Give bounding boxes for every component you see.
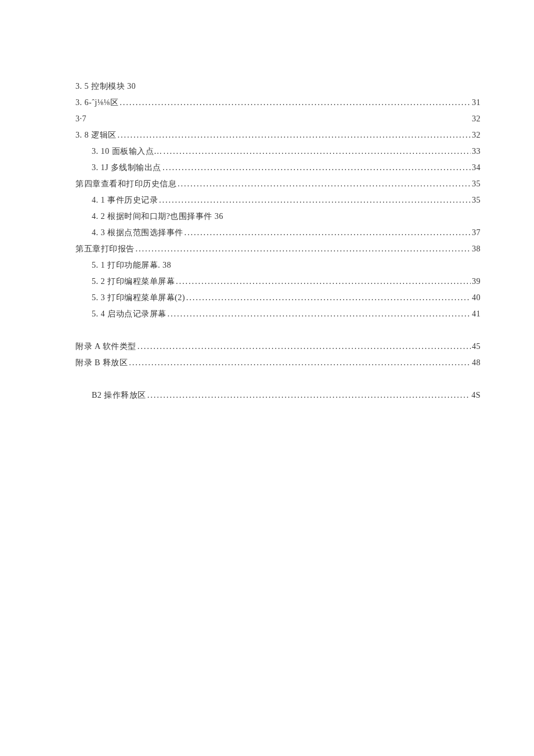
toc-label: 3. 1J 多线制输出点 [92, 164, 161, 172]
toc-entry: 4. 3 根据点范围选择事件37 [75, 229, 481, 237]
toc-entry: 5. 2 打印编程菜单屏幕39 [75, 278, 481, 286]
toc-page-number: 48 [472, 359, 481, 367]
toc-page-number: 41 [472, 310, 481, 318]
toc-entry: 5. 3 打印编程菜单屏幕(2)40 [75, 294, 481, 303]
toc-container: 3. 5 控制模块 303. 6-ˆj⅛⅛区313·7323. 8 逻辑区323… [75, 82, 481, 400]
toc-page-number: 35 [472, 180, 481, 188]
toc-page-number: 45 [472, 343, 481, 351]
toc-leader-dots [136, 245, 471, 253]
toc-label: 5. 1 打印功能屏幕. 38 [92, 261, 171, 269]
toc-label: 5. 3 打印编程菜单屏幕(2) [92, 294, 185, 302]
toc-page-number: 31 [472, 99, 481, 107]
toc-page-number: 32 [472, 115, 481, 123]
toc-entry: 第四章查看和打印历史信息35 [75, 180, 481, 189]
toc-entry: 4. 1 事件历史记录35 [75, 196, 481, 205]
toc-leader-dots [120, 99, 471, 107]
toc-entry: 4. 2 根据时间和口期?也围择事件 36 [75, 213, 481, 221]
toc-entry: 3. 5 控制模块 30 [75, 82, 481, 91]
toc-entry: B2 操作释放区4S [75, 391, 481, 400]
toc-page-number: 40 [472, 294, 481, 302]
toc-leader-dots [159, 196, 471, 204]
toc-entry: 3. 10 面板输入点…33 [75, 147, 481, 156]
toc-label: B2 操作释放区 [92, 391, 146, 399]
toc-page-number: 38 [472, 245, 481, 253]
toc-entry: 附录 A 软件类型45 [75, 343, 481, 351]
toc-label: 3. 5 控制模块 30 [75, 82, 136, 91]
toc-leader-dots [164, 147, 471, 156]
toc-entry: 5. 4 启动点记录屏幕41 [75, 310, 481, 319]
toc-label: 5. 2 打印编程菜单屏幕 [92, 278, 175, 286]
toc-page-number: 34 [472, 164, 481, 172]
toc-leader-dots [186, 294, 471, 302]
toc-label: 4. 1 事件历史记录 [92, 196, 158, 204]
toc-label: 4. 2 根据时间和口期?也围择事件 36 [92, 213, 223, 221]
toc-entry: 3. 1J 多线制输出点34 [75, 164, 481, 172]
toc-label: 3·7 [75, 115, 86, 123]
toc-label: 附录 B 释放区 [75, 359, 128, 367]
toc-leader-dots [118, 131, 471, 139]
toc-page-number: 33 [472, 147, 481, 156]
toc-leader-dots [129, 359, 471, 367]
toc-entry: 附录 B 释放区48 [75, 359, 481, 368]
toc-entry: 第五章打印报告38 [75, 245, 481, 254]
toc-leader-dots [168, 310, 471, 318]
toc-gap [75, 326, 481, 343]
toc-label: 4. 3 根据点范围选择事件 [92, 229, 183, 237]
toc-label: 附录 A 软件类型 [75, 343, 136, 351]
toc-page-number: 35 [472, 196, 481, 204]
toc-label: 第四章查看和打印历史信息 [75, 180, 176, 188]
toc-page-number: 37 [472, 229, 481, 237]
toc-page-number: 32 [472, 131, 481, 139]
toc-entry: 3. 8 逻辑区32 [75, 131, 481, 140]
toc-leader-dots [163, 164, 471, 172]
toc-label: 第五章打印报告 [75, 245, 135, 253]
toc-entry: 3·732 [75, 115, 481, 124]
toc-leader-dots [178, 180, 471, 188]
toc-page: 3. 5 控制模块 303. 6-ˆj⅛⅛区313·7323. 8 逻辑区323… [0, 0, 534, 756]
toc-entry: 3. 6-ˆj⅛⅛区31 [75, 99, 481, 107]
toc-label: 3. 10 面板输入点… [92, 147, 163, 156]
toc-leader-dots [185, 229, 471, 237]
toc-entry: 5. 1 打印功能屏幕. 38 [75, 261, 481, 270]
toc-label: 5. 4 启动点记录屏幕 [92, 310, 167, 318]
toc-leader-dots [147, 391, 470, 399]
toc-gap [75, 375, 481, 391]
toc-label: 3. 6-ˆj⅛⅛区 [75, 99, 118, 107]
toc-page-number: 39 [472, 278, 481, 286]
toc-leader-dots [176, 278, 471, 286]
toc-page-number: 4S [471, 391, 481, 399]
toc-label: 3. 8 逻辑区 [75, 131, 117, 139]
toc-leader-dots [138, 343, 471, 351]
